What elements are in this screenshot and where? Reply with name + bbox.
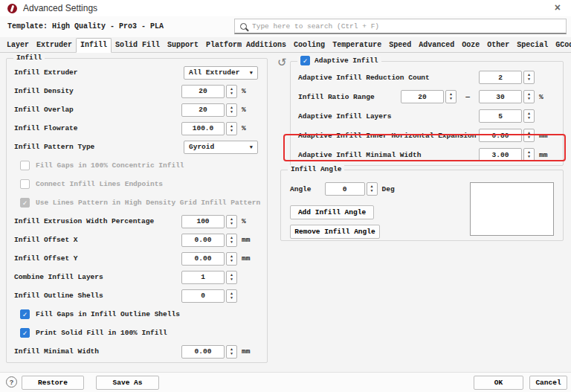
tab-special[interactable]: Special: [513, 39, 552, 52]
outline-shells-spinner[interactable]: 0 ▲▼: [181, 289, 237, 303]
tab-temperature[interactable]: Temperature: [329, 39, 385, 52]
add-infill-angle-button[interactable]: Add Infill Angle: [290, 205, 374, 219]
infill-flowrate-spinner[interactable]: 100.0 ▲▼: [181, 122, 237, 135]
combine-layers-value[interactable]: 1: [181, 271, 225, 284]
infill-offset-y-spinner[interactable]: 0.00 ▲▼: [181, 252, 237, 266]
spin-down-icon[interactable]: ▼: [230, 296, 233, 301]
adaptive-infill-legend: Adaptive Infill: [297, 56, 381, 65]
adaptive-minimal-width-spinner[interactable]: 3.00 ▲▼: [479, 148, 535, 161]
infill-minimal-width-spinner[interactable]: 0.00 ▲▼: [181, 345, 237, 359]
tab-gcode[interactable]: GCode: [552, 39, 571, 52]
inner-expansion-value[interactable]: 0.80: [479, 129, 522, 142]
tab-extruder[interactable]: Extruder: [33, 39, 76, 52]
ratio-min-value[interactable]: 20: [401, 90, 444, 103]
spinner-buttons[interactable]: ▲▼: [226, 103, 237, 117]
spinner-buttons[interactable]: ▲▼: [523, 148, 535, 161]
spin-down-icon[interactable]: ▼: [230, 277, 233, 282]
spin-down-icon[interactable]: ▼: [230, 129, 233, 133]
spinner-buttons[interactable]: ▲▼: [226, 345, 237, 359]
spin-down-icon[interactable]: ▼: [230, 110, 233, 115]
ratio-max-spinner[interactable]: 30 ▲▼: [479, 90, 535, 103]
adaptive-minimal-width-value[interactable]: 3.00: [479, 148, 522, 161]
adaptive-infill-checkbox[interactable]: [300, 56, 310, 65]
spinner-buttons[interactable]: ▲▼: [226, 271, 237, 284]
spin-down-icon[interactable]: ▼: [230, 240, 233, 245]
fill-gaps-concentric-checkbox[interactable]: [20, 161, 30, 170]
spin-down-icon[interactable]: ▼: [450, 97, 452, 101]
spin-down-icon[interactable]: ▼: [528, 135, 530, 140]
spin-down-icon[interactable]: ▼: [230, 259, 233, 263]
spinner-buttons[interactable]: ▲▼: [226, 289, 237, 303]
spinner-buttons[interactable]: ▲▼: [445, 90, 457, 103]
extrusion-width-value[interactable]: 100: [181, 215, 225, 228]
tab-infill[interactable]: Infill: [76, 38, 112, 53]
reset-icon[interactable]: ↺: [277, 56, 287, 69]
spin-down-icon[interactable]: ▼: [371, 189, 373, 193]
spinner-buttons[interactable]: ▲▼: [226, 85, 237, 98]
tab-cooling[interactable]: Cooling: [290, 39, 329, 52]
infill-angle-list[interactable]: [470, 182, 554, 236]
spinner-buttons[interactable]: ▲▼: [226, 215, 237, 228]
lines-pattern-checkbox[interactable]: [20, 198, 30, 208]
infill-density-value[interactable]: 20: [181, 85, 225, 98]
extrusion-width-spinner[interactable]: 100 ▲▼: [181, 215, 237, 228]
cancel-button[interactable]: Cancel: [529, 376, 567, 390]
angle-spinner[interactable]: 0 ▲▼: [325, 182, 378, 196]
infill-offset-x-spinner[interactable]: 0.00 ▲▼: [181, 234, 237, 247]
extrusion-width-row: Infill Extrusion Width Percentage 100 ▲▼…: [7, 212, 267, 231]
tab-ooze[interactable]: Ooze: [458, 39, 483, 52]
tab-solid-fill[interactable]: Solid Fill: [112, 39, 164, 52]
reduction-count-spinner[interactable]: 2 ▲▼: [479, 71, 535, 84]
spinner-buttons[interactable]: ▲▼: [367, 182, 378, 196]
search-box[interactable]: [234, 19, 567, 34]
spin-down-icon[interactable]: ▼: [528, 116, 530, 121]
help-icon[interactable]: ?: [6, 376, 17, 388]
close-icon[interactable]: ×: [555, 1, 561, 13]
inner-expansion-spinner[interactable]: 0.80 ▲▼: [479, 129, 535, 142]
ok-button[interactable]: OK: [474, 376, 523, 390]
spin-down-icon[interactable]: ▼: [230, 91, 233, 96]
ratio-min-spinner[interactable]: 20 ▲▼: [401, 90, 457, 103]
reduction-count-value[interactable]: 2: [479, 71, 522, 84]
spin-down-icon[interactable]: ▼: [230, 352, 233, 356]
tab-layer[interactable]: Layer: [3, 39, 33, 52]
print-solid-checkbox[interactable]: [20, 328, 30, 338]
restore-button[interactable]: Restore: [22, 376, 84, 390]
spinner-buttons[interactable]: ▲▼: [226, 252, 237, 266]
spinner-buttons[interactable]: ▲▼: [523, 90, 535, 103]
infill-overlap-value[interactable]: 20: [181, 103, 225, 117]
infill-pattern-select[interactable]: Gyroid ▼: [184, 141, 258, 154]
spinner-buttons[interactable]: ▲▼: [226, 122, 237, 135]
infill-offset-y-value[interactable]: 0.00: [181, 252, 225, 266]
remove-infill-angle-button[interactable]: Remove Infill Angle: [290, 225, 380, 239]
infill-flowrate-value[interactable]: 100.0: [181, 122, 225, 135]
infill-density-spinner[interactable]: 20 ▲▼: [181, 85, 237, 98]
tab-other[interactable]: Other: [483, 39, 513, 52]
infill-offset-x-value[interactable]: 0.00: [181, 234, 225, 247]
fill-gaps-outline-checkbox[interactable]: [20, 309, 30, 319]
adaptive-layers-spinner[interactable]: 5 ▲▼: [479, 109, 535, 123]
tab-support[interactable]: Support: [164, 39, 202, 52]
tab-platform-additions[interactable]: Platform Additions: [202, 39, 290, 52]
spin-down-icon[interactable]: ▼: [528, 77, 530, 82]
spinner-buttons[interactable]: ▲▼: [523, 71, 535, 84]
adaptive-layers-value[interactable]: 5: [479, 109, 522, 123]
infill-extruder-select[interactable]: All Extruder ▼: [184, 66, 258, 80]
infill-overlap-spinner[interactable]: 20 ▲▼: [181, 103, 237, 117]
spin-down-icon[interactable]: ▼: [528, 97, 530, 101]
save-as-button[interactable]: Save As: [96, 376, 159, 390]
spinner-buttons[interactable]: ▲▼: [226, 234, 237, 247]
tab-advanced[interactable]: Advanced: [415, 39, 458, 52]
infill-minimal-width-value[interactable]: 0.00: [181, 345, 225, 359]
spin-down-icon[interactable]: ▼: [528, 155, 530, 159]
angle-value[interactable]: 0: [325, 182, 365, 196]
connect-endpoints-checkbox[interactable]: [20, 179, 30, 189]
spinner-buttons[interactable]: ▲▼: [523, 129, 535, 142]
outline-shells-value[interactable]: 0: [181, 289, 225, 303]
combine-layers-spinner[interactable]: 1 ▲▼: [181, 271, 237, 284]
ratio-max-value[interactable]: 30: [479, 90, 522, 103]
tab-speed[interactable]: Speed: [385, 39, 415, 52]
spinner-buttons[interactable]: ▲▼: [523, 109, 535, 123]
spin-down-icon[interactable]: ▼: [230, 222, 233, 226]
search-input[interactable]: [252, 22, 561, 30]
